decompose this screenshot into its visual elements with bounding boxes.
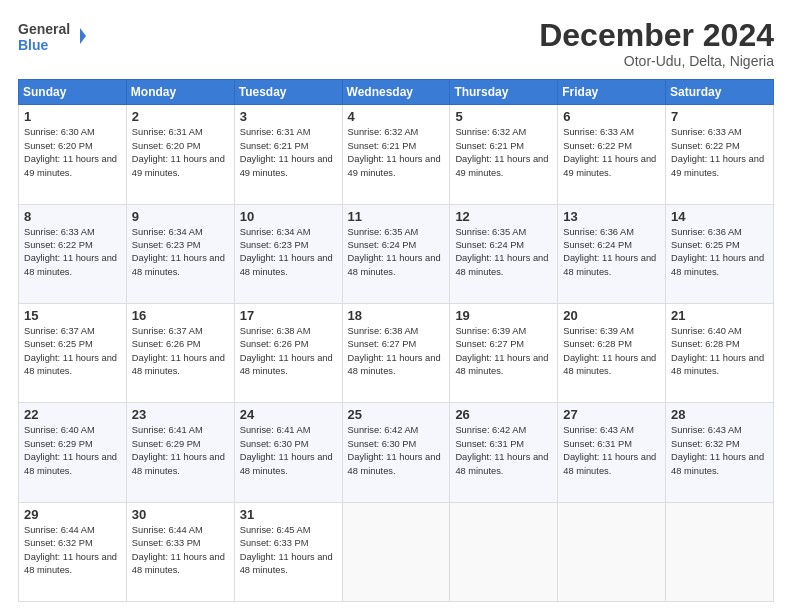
svg-text:General: General [18,21,70,37]
table-row: 9Sunrise: 6:34 AMSunset: 6:23 PMDaylight… [126,204,234,303]
table-row: 28Sunrise: 6:43 AMSunset: 6:32 PMDayligh… [666,403,774,502]
table-row: 29Sunrise: 6:44 AMSunset: 6:32 PMDayligh… [19,502,127,601]
col-sunday: Sunday [19,80,127,105]
table-row: 30Sunrise: 6:44 AMSunset: 6:33 PMDayligh… [126,502,234,601]
table-row: 1Sunrise: 6:30 AMSunset: 6:20 PMDaylight… [19,105,127,204]
table-row: 22Sunrise: 6:40 AMSunset: 6:29 PMDayligh… [19,403,127,502]
svg-text:Blue: Blue [18,37,49,53]
table-row: 20Sunrise: 6:39 AMSunset: 6:28 PMDayligh… [558,303,666,402]
table-row: 4Sunrise: 6:32 AMSunset: 6:21 PMDaylight… [342,105,450,204]
table-row: 24Sunrise: 6:41 AMSunset: 6:30 PMDayligh… [234,403,342,502]
table-row: 11Sunrise: 6:35 AMSunset: 6:24 PMDayligh… [342,204,450,303]
col-wednesday: Wednesday [342,80,450,105]
table-row: 3Sunrise: 6:31 AMSunset: 6:21 PMDaylight… [234,105,342,204]
table-row: 19Sunrise: 6:39 AMSunset: 6:27 PMDayligh… [450,303,558,402]
table-row: 26Sunrise: 6:42 AMSunset: 6:31 PMDayligh… [450,403,558,502]
table-row: 27Sunrise: 6:43 AMSunset: 6:31 PMDayligh… [558,403,666,502]
table-row: 21Sunrise: 6:40 AMSunset: 6:28 PMDayligh… [666,303,774,402]
table-row: 10Sunrise: 6:34 AMSunset: 6:23 PMDayligh… [234,204,342,303]
table-row [666,502,774,601]
page: General Blue December 2024 Otor-Udu, Del… [0,0,792,612]
col-thursday: Thursday [450,80,558,105]
table-row: 15Sunrise: 6:37 AMSunset: 6:25 PMDayligh… [19,303,127,402]
col-friday: Friday [558,80,666,105]
main-title: December 2024 [539,18,774,53]
table-row: 12Sunrise: 6:35 AMSunset: 6:24 PMDayligh… [450,204,558,303]
table-row: 5Sunrise: 6:32 AMSunset: 6:21 PMDaylight… [450,105,558,204]
table-row: 6Sunrise: 6:33 AMSunset: 6:22 PMDaylight… [558,105,666,204]
subtitle: Otor-Udu, Delta, Nigeria [539,53,774,69]
logo: General Blue [18,18,88,54]
table-row: 2Sunrise: 6:31 AMSunset: 6:20 PMDaylight… [126,105,234,204]
title-block: December 2024 Otor-Udu, Delta, Nigeria [539,18,774,69]
calendar: Sunday Monday Tuesday Wednesday Thursday… [18,79,774,602]
header: General Blue December 2024 Otor-Udu, Del… [18,18,774,69]
table-row: 25Sunrise: 6:42 AMSunset: 6:30 PMDayligh… [342,403,450,502]
table-row [342,502,450,601]
svg-marker-2 [80,28,86,44]
table-row: 17Sunrise: 6:38 AMSunset: 6:26 PMDayligh… [234,303,342,402]
table-row: 7Sunrise: 6:33 AMSunset: 6:22 PMDaylight… [666,105,774,204]
table-row: 14Sunrise: 6:36 AMSunset: 6:25 PMDayligh… [666,204,774,303]
col-monday: Monday [126,80,234,105]
table-row: 18Sunrise: 6:38 AMSunset: 6:27 PMDayligh… [342,303,450,402]
table-row: 23Sunrise: 6:41 AMSunset: 6:29 PMDayligh… [126,403,234,502]
table-row: 8Sunrise: 6:33 AMSunset: 6:22 PMDaylight… [19,204,127,303]
table-row [450,502,558,601]
table-row: 31Sunrise: 6:45 AMSunset: 6:33 PMDayligh… [234,502,342,601]
table-row: 13Sunrise: 6:36 AMSunset: 6:24 PMDayligh… [558,204,666,303]
col-tuesday: Tuesday [234,80,342,105]
calendar-header-row: Sunday Monday Tuesday Wednesday Thursday… [19,80,774,105]
col-saturday: Saturday [666,80,774,105]
logo-svg: General Blue [18,18,88,54]
table-row [558,502,666,601]
table-row: 16Sunrise: 6:37 AMSunset: 6:26 PMDayligh… [126,303,234,402]
